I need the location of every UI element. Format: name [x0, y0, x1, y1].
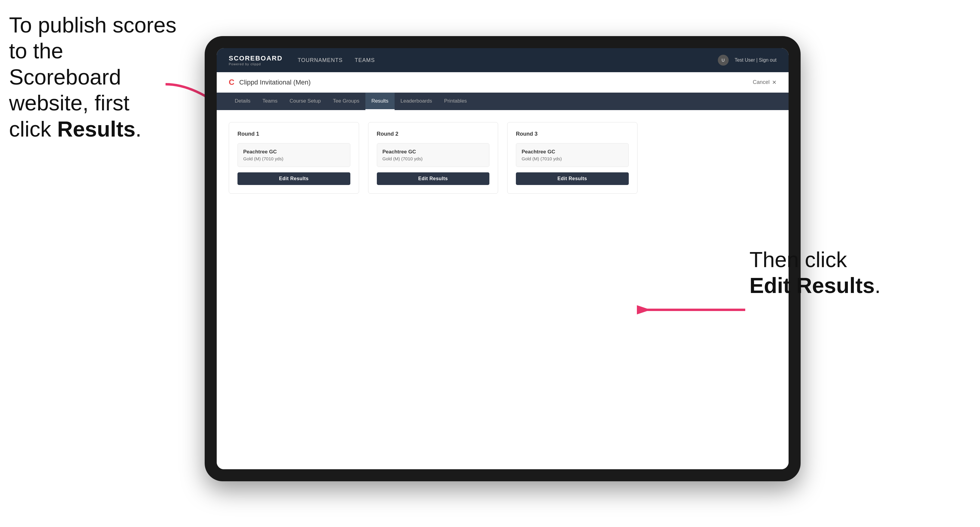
round-1-card: Round 1 Peachtree GC Gold (M) (7010 yds)…	[229, 122, 359, 194]
nav-user-label: Test User | Sign out	[735, 57, 776, 63]
instruction-right: Then click Edit Results.	[749, 247, 881, 299]
round-1-course-details: Gold (M) (7010 yds)	[243, 156, 345, 161]
tab-results[interactable]: Results	[365, 93, 395, 110]
instruction-left: To publish scores to the Scoreboard webs…	[9, 12, 178, 142]
user-avatar: U	[718, 55, 729, 65]
round-2-card: Round 2 Peachtree GC Gold (M) (7010 yds)…	[368, 122, 498, 194]
round-3-edit-results-button[interactable]: Edit Results	[516, 172, 629, 185]
tab-tee-groups[interactable]: Tee Groups	[327, 93, 365, 110]
nav-links: TOURNAMENTS TEAMS	[298, 57, 718, 63]
round-2-course-details: Gold (M) (7010 yds)	[383, 156, 484, 161]
round-2-edit-results-button[interactable]: Edit Results	[377, 172, 490, 185]
tournament-header: C Clippd Invitational (Men) Cancel ✕	[217, 72, 789, 93]
tournament-name: Clippd Invitational (Men)	[239, 78, 310, 86]
tablet-frame: SCOREBOARD Powered by clippd TOURNAMENTS…	[205, 36, 800, 481]
tab-leaderboards[interactable]: Leaderboards	[395, 93, 438, 110]
tab-navigation: Details Teams Course Setup Tee Groups Re…	[217, 93, 789, 110]
nav-tournaments[interactable]: TOURNAMENTS	[298, 57, 343, 63]
main-content: Round 1 Peachtree GC Gold (M) (7010 yds)…	[217, 110, 789, 469]
round-3-card: Round 3 Peachtree GC Gold (M) (7010 yds)…	[507, 122, 638, 194]
tab-printables[interactable]: Printables	[438, 93, 473, 110]
round-1-course-card: Peachtree GC Gold (M) (7010 yds)	[237, 143, 350, 167]
tournament-title-row: C Clippd Invitational (Men)	[229, 78, 310, 87]
logo-subtitle: Powered by clippd	[229, 62, 283, 66]
rounds-grid: Round 1 Peachtree GC Gold (M) (7010 yds)…	[229, 122, 776, 194]
tab-course-setup[interactable]: Course Setup	[283, 93, 327, 110]
round-3-title: Round 3	[516, 131, 629, 137]
nav-teams[interactable]: TEAMS	[355, 57, 375, 63]
round-1-course-name: Peachtree GC	[243, 149, 345, 155]
round-2-title: Round 2	[377, 131, 490, 137]
round-1-title: Round 1	[237, 131, 350, 137]
tablet-screen: SCOREBOARD Powered by clippd TOURNAMENTS…	[217, 48, 789, 469]
cancel-button[interactable]: Cancel ✕	[753, 79, 776, 86]
round-3-course-name: Peachtree GC	[522, 149, 623, 155]
tab-teams[interactable]: Teams	[256, 93, 283, 110]
nav-right: U Test User | Sign out	[718, 55, 776, 65]
round-2-course-name: Peachtree GC	[383, 149, 484, 155]
round-3-course-card: Peachtree GC Gold (M) (7010 yds)	[516, 143, 629, 167]
round-2-course-card: Peachtree GC Gold (M) (7010 yds)	[377, 143, 490, 167]
close-icon: ✕	[772, 79, 776, 86]
logo-text: SCOREBOARD	[229, 54, 283, 62]
round-1-edit-results-button[interactable]: Edit Results	[237, 172, 350, 185]
logo-area: SCOREBOARD Powered by clippd	[229, 54, 283, 66]
round-3-course-details: Gold (M) (7010 yds)	[522, 156, 623, 161]
tournament-icon: C	[229, 78, 234, 87]
tab-details[interactable]: Details	[229, 93, 256, 110]
top-navigation: SCOREBOARD Powered by clippd TOURNAMENTS…	[217, 48, 789, 72]
